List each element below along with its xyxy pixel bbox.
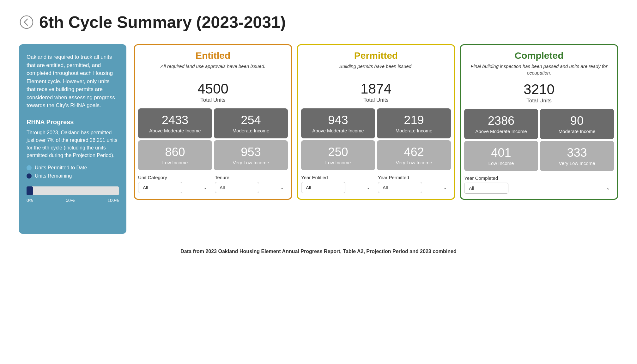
completed-income-grid: 2386 Above Moderate Income 90 Moderate I… bbox=[461, 106, 617, 175]
progress-bar-outer bbox=[27, 186, 119, 195]
entitled-very-low-number: 953 bbox=[217, 146, 285, 158]
progress-label-100: 100% bbox=[107, 198, 119, 203]
legend-label-remaining: Units Remaining bbox=[35, 173, 72, 179]
year-completed-select-wrapper[interactable]: All bbox=[464, 183, 614, 194]
completed-very-low-number: 333 bbox=[543, 147, 611, 159]
permitted-total: 1874 Total Units bbox=[298, 78, 454, 105]
completed-very-low-label: Very Low Income bbox=[543, 161, 611, 166]
card-completed: Completed Final building inspection has … bbox=[460, 44, 618, 200]
completed-very-low: 333 Very Low Income bbox=[540, 141, 614, 171]
card-permitted-header: Permitted Building permits have been iss… bbox=[298, 45, 454, 78]
entitled-filters: Unit Category All Tenure All bbox=[135, 175, 291, 198]
entitled-very-low: 953 Very Low Income bbox=[214, 140, 288, 170]
progress-label-50: 50% bbox=[66, 198, 75, 203]
entitled-total-label: Total Units bbox=[135, 97, 291, 103]
unit-category-select-wrapper[interactable]: All bbox=[138, 182, 211, 193]
completed-low-label: Low Income bbox=[467, 161, 535, 166]
footer-text: Data from 2023 Oakland Housing Element A… bbox=[180, 249, 456, 254]
tenure-select[interactable]: All bbox=[215, 182, 259, 193]
permitted-above-moderate: 943 Above Moderate Income bbox=[301, 108, 375, 138]
permitted-above-moderate-number: 943 bbox=[304, 114, 372, 126]
permitted-title: Permitted bbox=[302, 50, 450, 61]
sidebar-description: Oakland is required to track all units t… bbox=[27, 53, 119, 110]
permitted-total-label: Total Units bbox=[298, 97, 454, 103]
page-title: 6th Cycle Summary (2023-2031) bbox=[39, 13, 286, 32]
back-button[interactable] bbox=[19, 15, 34, 30]
unit-category-select[interactable]: All bbox=[138, 182, 182, 193]
year-completed-label: Year Completed bbox=[464, 175, 614, 181]
entitled-moderate-number: 254 bbox=[217, 114, 285, 126]
completed-title: Completed bbox=[465, 50, 613, 61]
permitted-moderate-number: 219 bbox=[380, 114, 448, 126]
entitled-moderate: 254 Moderate Income bbox=[214, 108, 288, 138]
permitted-total-number: 1874 bbox=[298, 82, 454, 96]
card-completed-header: Completed Final building inspection has … bbox=[461, 45, 617, 79]
legend-dot-remaining bbox=[27, 173, 32, 179]
svg-point-0 bbox=[20, 16, 33, 28]
year-entitled-filter: Year Entitled All bbox=[301, 175, 374, 193]
entitled-above-moderate-label: Above Moderate Income bbox=[141, 128, 209, 133]
permitted-moderate-label: Moderate Income bbox=[380, 128, 448, 133]
entitled-total: 4500 Total Units bbox=[135, 78, 291, 105]
year-permitted-select[interactable]: All bbox=[378, 182, 422, 193]
cards-container: Entitled All required land use approvals… bbox=[134, 44, 618, 200]
permitted-filters: Year Entitled All Year Permitted All bbox=[298, 175, 454, 198]
year-entitled-select-wrapper[interactable]: All bbox=[301, 182, 374, 193]
card-permitted: Permitted Building permits have been iss… bbox=[297, 44, 455, 200]
year-permitted-filter: Year Permitted All bbox=[378, 175, 451, 193]
entitled-title: Entitled bbox=[139, 50, 287, 61]
entitled-low-label: Low Income bbox=[141, 160, 209, 165]
permitted-very-low-label: Very Low Income bbox=[380, 160, 448, 165]
completed-moderate-label: Moderate Income bbox=[543, 129, 611, 134]
rhna-text: Through 2023, Oakland has permitted just… bbox=[27, 129, 119, 159]
entitled-low-number: 860 bbox=[141, 146, 209, 158]
legend-item-permitted: Units Permitted to Date bbox=[27, 165, 119, 171]
completed-subtitle: Final building inspection has been passe… bbox=[465, 63, 613, 76]
year-entitled-select[interactable]: All bbox=[301, 182, 345, 193]
year-permitted-label: Year Permitted bbox=[378, 175, 451, 180]
year-completed-select[interactable]: All bbox=[464, 183, 508, 194]
footer: Data from 2023 Oakland Housing Element A… bbox=[19, 243, 618, 254]
year-entitled-label: Year Entitled bbox=[301, 175, 374, 180]
completed-filters: Year Completed All bbox=[461, 175, 617, 199]
permitted-income-grid: 943 Above Moderate Income 219 Moderate I… bbox=[298, 105, 454, 175]
progress-labels: 0% 50% 100% bbox=[27, 198, 119, 203]
progress-label-0: 0% bbox=[27, 198, 33, 203]
completed-above-moderate-label: Above Moderate Income bbox=[467, 129, 535, 134]
permitted-very-low-number: 462 bbox=[380, 146, 448, 158]
entitled-income-grid: 2433 Above Moderate Income 254 Moderate … bbox=[135, 105, 291, 175]
progress-bar-inner bbox=[27, 186, 33, 195]
rhna-section: RHNA Progress Through 2023, Oakland has … bbox=[27, 118, 119, 179]
entitled-above-moderate-number: 2433 bbox=[141, 114, 209, 126]
tenure-label: Tenure bbox=[215, 175, 288, 180]
entitled-subtitle: All required land use approvals have bee… bbox=[139, 63, 287, 76]
completed-above-moderate: 2386 Above Moderate Income bbox=[464, 109, 538, 139]
sidebar: Oakland is required to track all units t… bbox=[19, 44, 126, 234]
permitted-low-number: 250 bbox=[304, 146, 372, 158]
card-entitled-header: Entitled All required land use approvals… bbox=[135, 45, 291, 78]
progress-bar-container: 0% 50% 100% bbox=[27, 186, 119, 203]
year-completed-filter: Year Completed All bbox=[464, 175, 614, 194]
completed-total-number: 3210 bbox=[461, 82, 617, 96]
permitted-moderate: 219 Moderate Income bbox=[377, 108, 451, 138]
rhna-title: RHNA Progress bbox=[27, 118, 119, 126]
entitled-moderate-label: Moderate Income bbox=[217, 128, 285, 133]
completed-moderate: 90 Moderate Income bbox=[540, 109, 614, 139]
main-content: Oakland is required to track all units t… bbox=[19, 44, 618, 234]
permitted-low-label: Low Income bbox=[304, 160, 372, 165]
legend-label-permitted: Units Permitted to Date bbox=[35, 165, 87, 171]
tenure-select-wrapper[interactable]: All bbox=[215, 182, 288, 193]
entitled-very-low-label: Very Low Income bbox=[217, 160, 285, 165]
permitted-subtitle: Building permits have been issued. bbox=[302, 63, 450, 76]
entitled-low: 860 Low Income bbox=[138, 140, 212, 170]
legend-item-remaining: Units Remaining bbox=[27, 173, 119, 179]
legend-dot-permitted bbox=[27, 165, 32, 170]
entitled-tenure-filter: Tenure All bbox=[215, 175, 288, 193]
unit-category-label: Unit Category bbox=[138, 175, 211, 180]
completed-low: 401 Low Income bbox=[464, 141, 538, 171]
permitted-above-moderate-label: Above Moderate Income bbox=[304, 128, 372, 133]
permitted-very-low: 462 Very Low Income bbox=[377, 140, 451, 170]
completed-total-label: Total Units bbox=[461, 98, 617, 104]
year-permitted-select-wrapper[interactable]: All bbox=[378, 182, 451, 193]
completed-moderate-number: 90 bbox=[543, 115, 611, 127]
